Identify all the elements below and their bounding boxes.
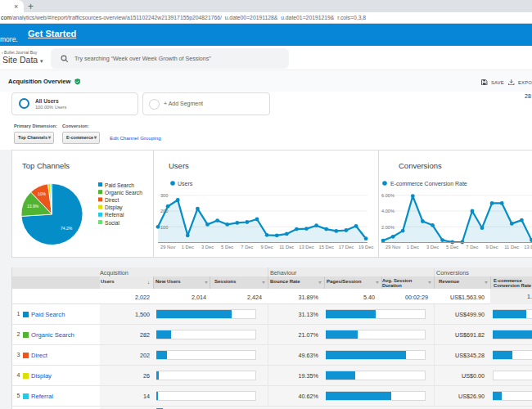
svg-text:Paid Search: Paid Search [105,182,134,188]
svg-text:Organic Search: Organic Search [105,190,142,196]
svg-text:13 Dec: 13 Dec [299,245,313,249]
svg-text:13 Dec: 13 Dec [524,245,532,249]
svg-text:Users: Users [178,181,193,187]
svg-text:E-commerce Conversion Rate: E-commerce Conversion Rate [390,181,467,187]
svg-text:Direct: Direct [105,197,119,203]
svg-text:74.2%: 74.2% [61,226,73,231]
svg-text:15 Dec: 15 Dec [319,245,334,249]
svg-text:7 Dec: 7 Dec [466,245,478,249]
svg-text:3 Dec: 3 Dec [201,245,214,249]
svg-text:2.00%: 2.00% [381,225,394,230]
svg-text:9 Dec: 9 Dec [486,245,498,249]
svg-text:17 Dec: 17 Dec [339,245,354,249]
svg-text:Social: Social [105,220,119,226]
svg-text:10%: 10% [38,191,47,196]
svg-text:4.00%: 4.00% [381,209,394,213]
svg-text:29 Nov: 29 Nov [160,245,175,249]
svg-text:1 Dec: 1 Dec [407,245,419,249]
svg-text:100: 100 [160,225,168,230]
svg-text:Display: Display [105,204,123,211]
svg-text:11 Dec: 11 Dec [279,245,294,249]
svg-text:5 Dec: 5 Dec [446,245,458,249]
svg-text:5 Dec: 5 Dec [221,245,233,249]
svg-text:1 Dec: 1 Dec [182,245,194,249]
svg-text:300: 300 [160,193,168,198]
svg-text:13.9%: 13.9% [27,204,39,209]
svg-text:29 Nov: 29 Nov [385,245,400,249]
svg-text:6.00%: 6.00% [381,193,394,198]
svg-text:200: 200 [160,209,168,213]
svg-text:3 Dec: 3 Dec [426,245,439,249]
svg-text:Referral: Referral [105,212,124,218]
svg-text:9 Dec: 9 Dec [261,245,273,249]
svg-text:11 Dec: 11 Dec [504,245,519,249]
svg-text:19 Dec: 19 Dec [358,245,373,249]
svg-text:7 Dec: 7 Dec [241,245,253,249]
